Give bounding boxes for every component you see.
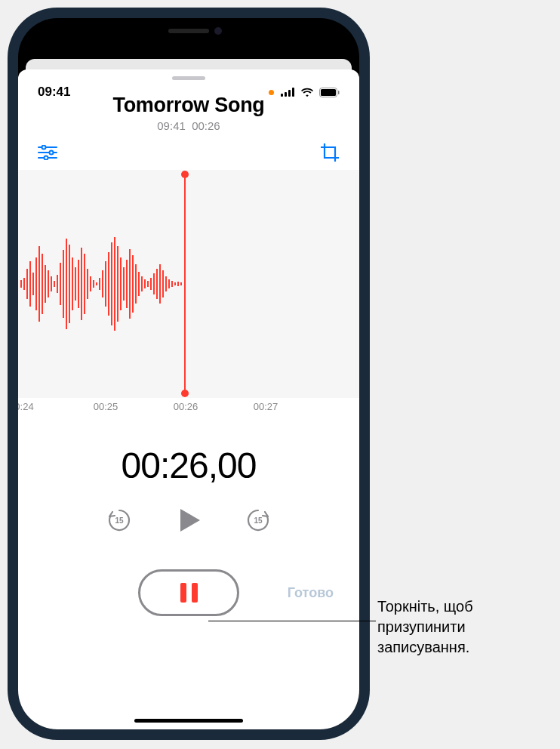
- recording-length: 00:26: [192, 119, 220, 132]
- playback-controls: 15 15: [18, 504, 359, 536]
- svg-rect-6: [338, 91, 340, 94]
- bottom-controls: Готово: [18, 569, 359, 616]
- timeline-tick: 00:27: [254, 401, 278, 412]
- recording-sheet: 09:41 Tomorrow Song 09:41 00:26: [18, 69, 359, 729]
- phone-screen: 09:41 Tomorrow Song 09:41 00:26: [18, 18, 359, 729]
- playhead-marker[interactable]: [184, 174, 186, 393]
- wifi-icon: [300, 88, 314, 97]
- done-button[interactable]: Готово: [288, 585, 334, 601]
- timeline-tick: 0:24: [18, 401, 34, 412]
- svg-point-10: [50, 151, 54, 155]
- play-icon: [173, 504, 205, 536]
- crop-icon: [320, 143, 340, 162]
- battery-icon: [319, 88, 340, 97]
- pause-recording-button[interactable]: [138, 569, 239, 616]
- edit-toolbar: [18, 137, 359, 170]
- recording-subtitle: 09:41 00:26: [33, 119, 344, 132]
- svg-rect-5: [321, 89, 336, 96]
- settings-button[interactable]: [36, 143, 59, 162]
- timeline-tick: 00:25: [94, 401, 118, 412]
- waveform-area[interactable]: [18, 170, 359, 398]
- front-camera: [214, 27, 222, 35]
- speaker-grille: [168, 29, 209, 33]
- pause-icon: [192, 583, 198, 603]
- trim-button[interactable]: [318, 143, 341, 162]
- play-button[interactable]: [173, 504, 205, 536]
- svg-point-12: [45, 156, 48, 160]
- notch: [113, 18, 264, 44]
- svg-rect-2: [288, 90, 291, 97]
- svg-rect-3: [292, 88, 294, 97]
- pause-icon: [180, 583, 186, 603]
- svg-point-8: [42, 146, 46, 149]
- home-indicator[interactable]: [134, 719, 243, 723]
- callout-text: Торкніть, щоб призупинити записування.: [377, 596, 551, 658]
- recording-indicator-dot: [269, 90, 274, 95]
- sliders-icon: [38, 145, 57, 160]
- status-icons: [269, 88, 340, 97]
- status-time: 09:41: [38, 85, 70, 100]
- timeline-ruler: 0:24 00:25 00:26 00:27: [18, 399, 359, 418]
- callout-leader-line: [208, 621, 376, 621]
- skip-back-amount: 15: [115, 516, 123, 525]
- timeline-tick: 00:26: [174, 401, 198, 412]
- cellular-icon: [281, 88, 295, 97]
- waveform-display: [18, 216, 184, 352]
- skip-back-button[interactable]: 15: [106, 507, 132, 533]
- skip-forward-amount: 15: [254, 516, 262, 525]
- svg-rect-0: [281, 94, 283, 97]
- recording-timer: 00:26,00: [18, 445, 359, 486]
- recording-time-clock: 09:41: [157, 119, 186, 132]
- status-bar: 09:41: [18, 69, 359, 106]
- skip-forward-button[interactable]: 15: [245, 507, 271, 533]
- svg-rect-1: [285, 92, 287, 97]
- phone-frame: 09:41 Tomorrow Song 09:41 00:26: [8, 8, 370, 740]
